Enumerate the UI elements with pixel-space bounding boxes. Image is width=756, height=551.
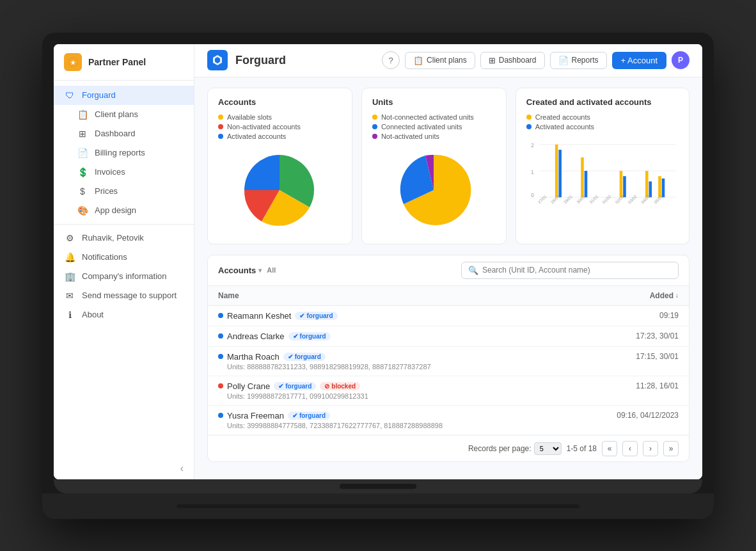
status-dot (218, 413, 223, 418)
row-name-col: Yusra Freeman ✔ forguard Units: 39998888… (218, 411, 617, 429)
svg-text:0: 0 (531, 193, 534, 198)
table-row[interactable]: Martha Roach ✔ forguard Units: 888888782… (208, 347, 689, 376)
row-date: 17:15, 30/01 (636, 352, 679, 361)
help-button[interactable]: ? (382, 51, 400, 69)
legend-dot (218, 115, 223, 120)
row-name: Reamann Keshet ✔ forguard (218, 311, 659, 321)
col-added-header[interactable]: Added ↓ (650, 291, 679, 300)
account-name: Reamann Keshet (227, 311, 291, 321)
sidebar-item-label: Invoices (95, 167, 125, 177)
sidebar-item-app-design[interactable]: 🎨 App design (54, 201, 194, 220)
sidebar-item-label: Client plans (95, 109, 138, 119)
table-row[interactable]: Reamann Keshet ✔ forguard 09:19 (208, 306, 689, 326)
legend-label: Connected activated units (381, 123, 462, 131)
reports-btn-icon: 📄 (558, 56, 569, 65)
user-avatar[interactable]: P (672, 51, 689, 69)
first-page-icon: « (608, 444, 612, 453)
sidebar-item-notifications[interactable]: 🔔 Notifications (54, 248, 194, 267)
table-row[interactable]: Yusra Freeman ✔ forguard Units: 39998888… (208, 406, 689, 435)
legend-dot (218, 124, 223, 129)
row-name: Yusra Freeman ✔ forguard (218, 411, 617, 420)
main-content: Forguard ? 📋 Client plans ⊞ Dashboard (194, 44, 702, 479)
units-chart-card: Units Not-connected activated units Conn… (361, 88, 507, 244)
sidebar-item-dashboard[interactable]: ⊞ Dashboard (54, 124, 194, 143)
search-input[interactable] (482, 266, 672, 275)
records-per-page-label: Records per page: (468, 444, 532, 453)
legend-label: Available slots (227, 113, 272, 121)
client-plans-icon: 📋 (77, 109, 88, 120)
svg-rect-23 (623, 176, 626, 197)
client-plans-label: Client plans (427, 56, 467, 65)
last-page-icon: » (669, 444, 673, 453)
legend-item-created: Created accounts (526, 113, 679, 121)
client-plans-button[interactable]: 📋 Client plans (405, 52, 475, 69)
units-pie-chart (386, 145, 482, 235)
units-chart-title: Units (372, 97, 496, 107)
tag-forguard: ✔ forguard (283, 353, 326, 361)
accounts-filter-dropdown[interactable]: Accounts ▾ All (218, 266, 276, 275)
created-chart-card: Created and activated accounts Created a… (516, 88, 689, 244)
status-dot (218, 383, 223, 388)
sidebar-item-about[interactable]: ℹ About (54, 305, 194, 324)
sidebar-item-client-plans[interactable]: 📋 Client plans (54, 105, 194, 124)
row-name: Martha Roach ✔ forguard (218, 352, 636, 362)
legend-dot (372, 134, 377, 139)
accounts-toolbar: Accounts ▾ All 🔍 (208, 255, 689, 286)
collapse-icon: ‹ (180, 463, 184, 474)
legend-dot (526, 115, 532, 120)
per-page-select[interactable]: 5 10 25 (534, 442, 562, 455)
last-page-button[interactable]: » (663, 441, 679, 456)
sidebar-item-billing-reports[interactable]: 📄 Billing reports (54, 143, 194, 163)
table-row[interactable]: Polly Crane ✔ forguard ⊘ blocked (208, 376, 689, 406)
status-dot (218, 354, 223, 359)
row-name: Andreas Clarke ✔ forguard (218, 331, 636, 341)
topbar: Forguard ? 📋 Client plans ⊞ Dashboard (194, 44, 702, 77)
screen: ★ Partner Panel 🛡 Forguard 📋 Client plan… (54, 44, 702, 479)
billing-icon: 📄 (77, 148, 88, 158)
sidebar-item-label: Prices (95, 186, 118, 196)
svg-rect-27 (649, 181, 652, 197)
sidebar-item-user[interactable]: ⚙ Ruhavik, Petovik (54, 228, 194, 248)
sidebar-item-company[interactable]: 🏢 Company's information (54, 267, 194, 286)
row-date: 09:16, 04/12/2023 (617, 411, 679, 420)
divider (54, 224, 194, 225)
app: ★ Partner Panel 🛡 Forguard 📋 Client plan… (54, 44, 702, 479)
tag-shield-icon: ✔ (299, 312, 304, 319)
svg-rect-12 (555, 144, 558, 196)
col-name-header: Name (218, 291, 239, 300)
next-page-button[interactable]: › (643, 441, 658, 456)
sidebar-item-label: Forguard (82, 90, 116, 100)
bell-icon: 🔔 (64, 252, 75, 262)
keyboard-strip (177, 504, 579, 508)
row-name-col: Martha Roach ✔ forguard Units: 888888782… (218, 352, 636, 371)
user-icon: ⚙ (64, 233, 75, 243)
info-icon: ℹ (64, 310, 75, 320)
svg-text:2: 2 (531, 143, 534, 148)
sidebar-item-prices[interactable]: $ Prices (54, 182, 194, 201)
prices-icon: $ (77, 186, 88, 196)
reports-button[interactable]: 📄 Reports (550, 52, 607, 69)
status-dot (218, 313, 223, 318)
table-row[interactable]: Andreas Clarke ✔ forguard 17:23, 30/01 (208, 326, 689, 347)
sidebar-item-label: Company's information (82, 271, 167, 281)
sidebar-item-support[interactable]: ✉ Send message to support (54, 286, 194, 305)
add-account-button[interactable]: + Account (612, 52, 666, 69)
row-name-col: Polly Crane ✔ forguard ⊘ blocked (218, 381, 636, 400)
svg-text:27/01: 27/01 (537, 193, 547, 204)
sidebar-item-label: Billing reports (95, 148, 145, 157)
account-name: Polly Crane (227, 381, 270, 391)
sidebar-item-forguard[interactable]: 🛡 Forguard (54, 86, 194, 105)
sidebar-item-invoices[interactable]: 💲 Invoices (54, 163, 194, 182)
search-icon: 🔍 (468, 266, 478, 275)
tag-forguard: ✔ forguard (288, 332, 331, 340)
row-units: Units: 199988872817771, 099100299812331 (227, 392, 636, 400)
prev-page-button[interactable]: ‹ (622, 441, 638, 456)
dashboard-button[interactable]: ⊞ Dashboard (480, 52, 545, 69)
legend-item-activated: Activated accounts (526, 123, 679, 131)
sidebar-collapse-button[interactable]: ‹ (54, 458, 194, 479)
sidebar-item-label: Dashboard (95, 129, 136, 138)
sidebar-nav: 🛡 Forguard 📋 Client plans ⊞ Dashboard 📄 … (54, 81, 194, 458)
help-icon: ? (388, 56, 393, 65)
first-page-button[interactable]: « (602, 441, 617, 456)
bar-chart-container: 2 1 0 (526, 136, 679, 209)
